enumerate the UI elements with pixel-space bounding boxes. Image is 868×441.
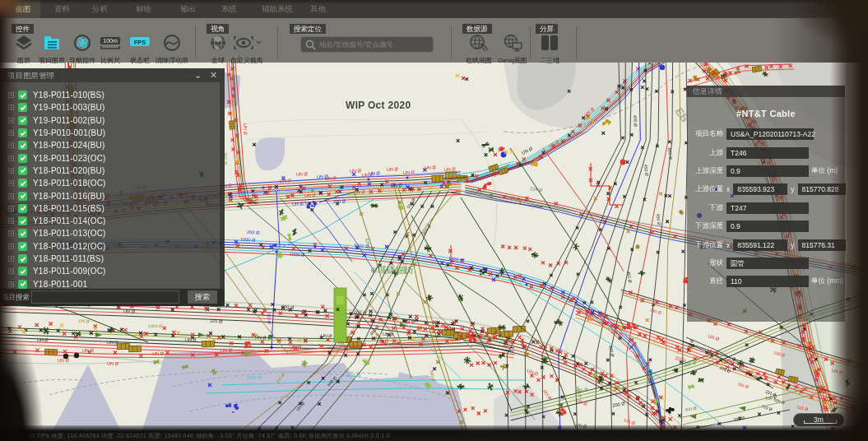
svg-text:UN Ø: UN Ø [107,361,119,366]
svg-text:UN Ø: UN Ø [304,193,317,198]
svg-text:UN Ø: UN Ø [123,309,136,314]
svg-text:200 Ø: 200 Ø [247,230,260,235]
svg-text:UN Ø: UN Ø [255,335,267,340]
svg-text:225 Ø: 225 Ø [210,318,223,324]
svg-text:UN Ø: UN Ø [369,170,381,176]
svg-text:450 Ø: 450 Ø [656,214,661,226]
svg-text:UN Ø: UN Ø [247,197,259,202]
svg-text:UN Ø: UN Ø [280,178,292,183]
svg-text:UN Ø: UN Ø [107,340,118,345]
svg-text:UN Ø: UN Ø [444,166,457,172]
svg-text:UN Ø: UN Ø [58,358,70,363]
svg-text:FPS: FPS [134,39,146,46]
svg-text:UN Ø: UN Ø [185,337,197,342]
svg-text:UN Ø: UN Ø [391,183,403,188]
svg-text:450 Ø: 450 Ø [643,165,649,177]
svg-text:⊕域碼細街: ⊕域碼細街 [370,265,414,275]
svg-text:1800 Ø: 1800 Ø [148,323,162,328]
svg-text:200 Ø: 200 Ø [333,198,346,204]
svg-text:UN Ø: UN Ø [296,171,309,177]
svg-text:UN Ø: UN Ø [354,189,366,195]
svg-text:1000 Ø: 1000 Ø [247,375,262,380]
svg-text:600 Ø: 600 Ø [667,148,673,160]
svg-text:600 Ø: 600 Ø [281,304,295,310]
svg-text:UN Ø: UN Ø [152,350,165,356]
svg-text:UN Ø: UN Ø [82,347,95,353]
svg-text:100m: 100m [103,38,118,44]
svg-text:UN Ø: UN Ø [37,337,49,342]
svg-text:UN Ø: UN Ø [290,344,302,350]
svg-text:UN Ø: UN Ø [292,201,304,207]
svg-text:WIP Oct 2020: WIP Oct 2020 [346,100,411,111]
svg-text:UN Ø: UN Ø [317,174,329,179]
svg-text:UN Ø: UN Ø [387,166,399,172]
svg-text:1000 Ø: 1000 Ø [240,237,256,243]
svg-text:UN Ø: UN Ø [243,123,248,136]
svg-text:1000 Ø: 1000 Ø [290,252,305,258]
svg-text:UN Ø: UN Ø [425,165,437,170]
svg-text:UN Ø: UN Ø [403,169,415,175]
svg-text:UN Ø: UN Ø [321,333,332,338]
svg-text:190 Ø: 190 Ø [78,318,90,323]
svg-text:UN Ø: UN Ø [220,347,233,353]
svg-text:400 Ø: 400 Ø [633,115,638,127]
